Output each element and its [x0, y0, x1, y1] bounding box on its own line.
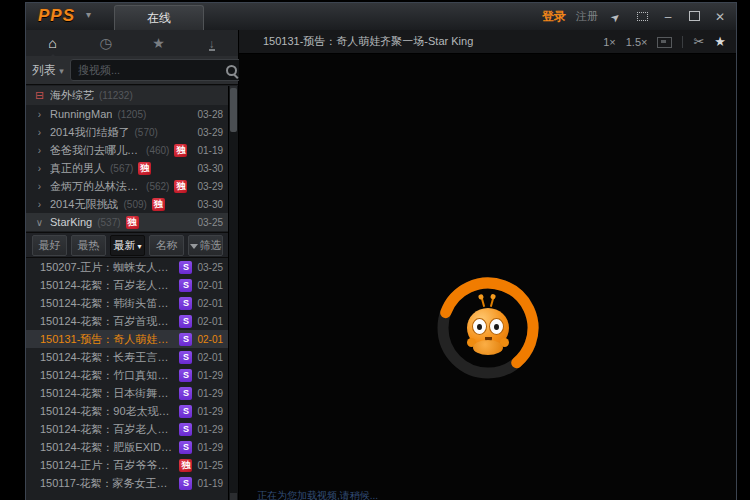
episode-row[interactable]: 150124-花絮：竹口真知展神技...S01-29: [26, 366, 229, 384]
episode-date: 01-19: [197, 478, 223, 489]
history-clock-icon: ◷: [99, 35, 111, 51]
pps-mascot: [465, 298, 511, 356]
s-quality-badge: S: [179, 297, 192, 310]
close-button[interactable]: ✕: [712, 10, 728, 24]
episode-row-selected[interactable]: 150131-预告：奇人萌娃齐聚一...S02-01: [26, 330, 229, 348]
s-quality-badge: S: [179, 477, 192, 490]
episode-row[interactable]: 150124-正片：百岁爷爷开车录...独01-25: [26, 456, 229, 474]
sort-caret-icon: ▾: [135, 242, 141, 251]
episode-date: 02-01: [197, 316, 223, 327]
category-row[interactable]: ›真正的男人(567)独03-30: [26, 159, 229, 177]
register-link[interactable]: 注册: [576, 9, 598, 24]
sidebar-scrollbar[interactable]: [228, 86, 238, 500]
episode-title: 150124-花絮：百岁老人现场舞...: [40, 422, 174, 437]
video-area[interactable]: 正在为您加载视频,请稍候...: [239, 54, 736, 500]
category-count: (1205): [117, 109, 146, 120]
category-label: 真正的男人: [50, 161, 105, 176]
episode-list: 150207-正片：蜘蛛女人Zlata软...S03-25150124-花絮：百…: [26, 258, 229, 500]
mini-mode-button[interactable]: [634, 10, 650, 24]
list-dropdown-button[interactable]: 列表 ▾: [32, 62, 64, 79]
category-count: (509): [123, 199, 146, 210]
s-quality-badge: S: [179, 369, 192, 382]
category-row[interactable]: ›2014我们结婚了(570)03-29: [26, 123, 229, 141]
logo-menu-caret-icon[interactable]: ▾: [86, 9, 91, 20]
filter-button-名称[interactable]: 名称: [149, 235, 184, 256]
category-count: (460): [146, 145, 169, 156]
category-row[interactable]: ⊟海外综艺(11232): [26, 86, 229, 105]
episode-title: 150124-花絮：长寿王言五味子...: [40, 350, 174, 365]
search-row: 列表 ▾: [26, 56, 238, 85]
clip-scissors-icon[interactable]: ✂: [693, 34, 704, 49]
funnel-icon: [190, 244, 198, 249]
episode-row[interactable]: 150124-花絮：百岁老人现场舞...S01-29: [26, 420, 229, 438]
pin-button[interactable]: ➤: [608, 10, 624, 24]
minimize-button[interactable]: –: [660, 10, 676, 24]
search-input[interactable]: [76, 63, 222, 77]
exclusive-badge: 独: [152, 198, 165, 211]
category-count: (562): [146, 181, 169, 192]
loading-note[interactable]: 正在为您加载视频,请稍候...: [257, 489, 378, 500]
sidebar-nav: ⌂ ◷ ★ ↓: [26, 30, 238, 57]
episode-row[interactable]: 150207-正片：蜘蛛女人Zlata软...S03-25: [26, 258, 229, 276]
episode-date: 02-01: [197, 352, 223, 363]
collapse-box-icon: ⊟: [34, 89, 45, 102]
episode-row[interactable]: 150124-花絮：日本街舞王子竹...S01-29: [26, 384, 229, 402]
episode-title: 150124-花絮：日本街舞王子竹...: [40, 386, 174, 401]
chevron-down-icon: ∨: [34, 217, 45, 228]
episode-row[interactable]: 150117-花絮：家务女王生活妙...S01-19: [26, 474, 229, 492]
episode-row[interactable]: 150124-花絮：百岁首现场观相...S02-01: [26, 312, 229, 330]
maximize-icon: [689, 11, 700, 21]
episode-title: 150124-花絮：韩街头笛队与竹...: [40, 296, 174, 311]
category-row[interactable]: ›RunningMan(1205)03-28: [26, 105, 229, 123]
episode-row[interactable]: 150124-花絮：百岁老人鹤发童...S02-01: [26, 276, 229, 294]
mini-mode-icon: [637, 12, 648, 21]
episode-title: 150131-预告：奇人萌娃齐聚一...: [40, 332, 174, 347]
category-count: (570): [134, 127, 157, 138]
category-row[interactable]: ∨StarKing(537)独03-25: [26, 213, 229, 231]
filter-button-最热[interactable]: 最热: [71, 235, 106, 256]
episode-date: 03-25: [197, 262, 223, 273]
category-row[interactable]: ›2014无限挑战(509)独03-30: [26, 195, 229, 213]
nav-favorites-button[interactable]: ★: [132, 35, 185, 51]
sidebar: ⌂ ◷ ★ ↓ 列表 ▾ ⊟海外综艺(11232)›RunningMan(120…: [26, 30, 239, 500]
scrollbar-thumb[interactable]: [230, 88, 237, 132]
s-quality-badge: S: [179, 279, 192, 292]
filter-button-筛选[interactable]: 筛选: [188, 235, 223, 256]
scroll-down-button[interactable]: [230, 493, 237, 500]
divider: [682, 36, 683, 48]
speed-1x-button[interactable]: 1×: [603, 36, 616, 48]
episode-date: 01-29: [197, 442, 223, 453]
speed-1-5x-button[interactable]: 1.5×: [626, 36, 648, 48]
category-date: 03-28: [197, 109, 223, 120]
category-row[interactable]: ›爸爸我们去哪儿第二季(460)独01-19: [26, 141, 229, 159]
login-link[interactable]: 登录: [542, 8, 566, 25]
category-date: 03-25: [197, 217, 223, 228]
nav-history-button[interactable]: ◷: [79, 35, 132, 51]
episode-row[interactable]: 150124-花絮：韩街头笛队与竹...S02-01: [26, 294, 229, 312]
screen-size-icon[interactable]: [657, 37, 672, 48]
episode-title: 150207-正片：蜘蛛女人Zlata软...: [40, 260, 174, 275]
nav-home-button[interactable]: ⌂: [26, 35, 79, 51]
nav-downloads-button[interactable]: ↓: [185, 35, 238, 51]
episode-row[interactable]: 150124-花絮：肥版EXID热舞不...S01-29: [26, 438, 229, 456]
s-quality-badge: S: [179, 423, 192, 436]
episode-row[interactable]: 150124-花絮：90老太现场掰手...S01-29: [26, 402, 229, 420]
category-row[interactable]: ›金炳万的丛林法则3(562)独03-29: [26, 177, 229, 195]
chevron-right-icon: ›: [34, 199, 45, 210]
episode-date: 01-25: [197, 460, 223, 471]
maximize-button[interactable]: [686, 10, 702, 24]
category-label: 金炳万的丛林法则3: [50, 179, 141, 194]
episode-date: 01-29: [197, 424, 223, 435]
episode-date: 01-29: [197, 406, 223, 417]
exclusive-badge: 独: [179, 459, 192, 472]
episode-title: 150124-花絮：百岁老人鹤发童...: [40, 278, 174, 293]
search-icon[interactable]: [226, 65, 237, 76]
favorite-star-icon[interactable]: ★: [714, 34, 726, 49]
episode-row[interactable]: 150124-花絮：长寿王言五味子...S02-01: [26, 348, 229, 366]
tab-online[interactable]: 在线: [114, 5, 204, 31]
pps-logo: PPS: [38, 6, 75, 26]
chevron-right-icon: ›: [34, 145, 45, 156]
exclusive-badge: 独: [174, 180, 187, 193]
filter-button-最好[interactable]: 最好: [32, 235, 67, 256]
filter-button-最新[interactable]: 最新 ▾: [110, 235, 145, 256]
